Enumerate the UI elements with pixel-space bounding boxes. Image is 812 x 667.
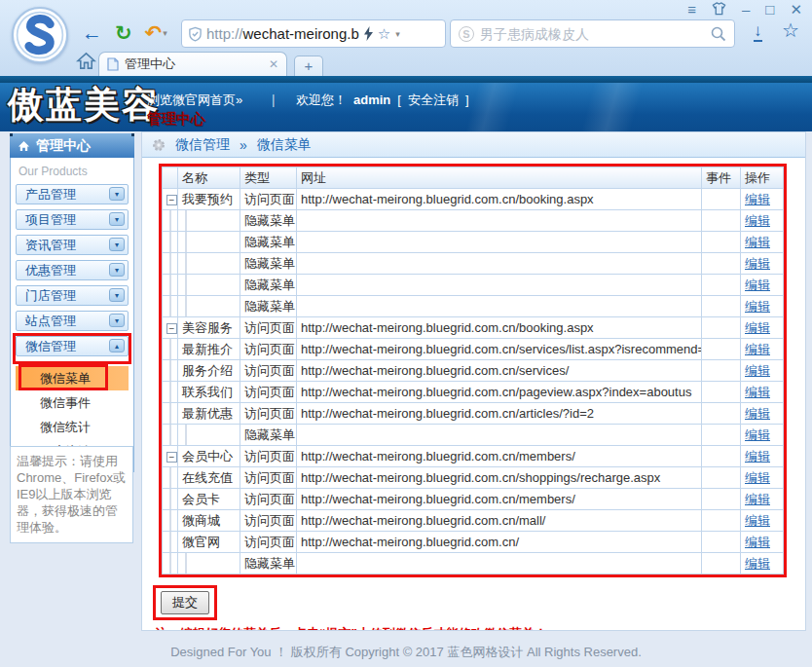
edit-link[interactable]: 编辑 — [745, 235, 770, 249]
collapse-toggle-icon[interactable]: − — [166, 323, 177, 334]
sidebar-item-优惠管理[interactable]: 优惠管理▾ — [16, 260, 129, 280]
menu-action-cell: 编辑 — [741, 510, 784, 532]
browser-chrome: ≡ – □ ✕ ← ↻ ↶ ▾ http:// — [0, 0, 812, 76]
edit-link[interactable]: 编辑 — [745, 470, 770, 485]
sidebar-item-微信管理[interactable]: 微信管理▴ — [16, 336, 129, 356]
edit-link[interactable]: 编辑 — [745, 363, 770, 378]
table-row: −会员中心访问页面http://wechat-meirong.bluegrid.… — [163, 446, 784, 467]
table-row: 隐藏菜单编辑 — [163, 210, 784, 232]
edit-link[interactable]: 编辑 — [745, 256, 770, 271]
sidebar-subitem-微信菜单[interactable]: 微信菜单 — [16, 366, 129, 390]
lightning-icon[interactable] — [363, 26, 374, 41]
breadcrumb-page[interactable]: 微信菜单 — [257, 136, 312, 154]
sidebar-item-站点管理[interactable]: 站点管理▾ — [16, 311, 129, 331]
menu-event-cell — [702, 510, 741, 532]
logout-link[interactable]: 安全注销 — [408, 92, 459, 109]
menu-url-cell: http://wechat-meirong.bluegrid.com.cn/ — [297, 532, 702, 553]
address-bar[interactable]: http://wechat-meirong.b ☆ ▾ — [181, 19, 446, 48]
sidebar-subitem-label: 微信统计 — [40, 419, 91, 436]
edit-link[interactable]: 编辑 — [745, 406, 770, 421]
minimize-icon[interactable]: – — [742, 2, 750, 18]
breadcrumb-section[interactable]: 微信管理 — [175, 136, 230, 154]
expand-cell — [163, 510, 178, 532]
sidebar-subitem-微信事件[interactable]: 微信事件 — [16, 390, 129, 415]
skin-icon[interactable] — [712, 2, 726, 18]
menu-type-cell: 访问页面 — [240, 510, 297, 532]
collapse-toggle-icon[interactable]: − — [166, 195, 177, 205]
table-row: 隐藏菜单编辑 — [163, 275, 784, 296]
menu-action-cell: 编辑 — [741, 317, 784, 339]
edit-link[interactable]: 编辑 — [745, 556, 770, 571]
menu-event-cell — [702, 467, 741, 489]
expand-cell — [163, 296, 178, 317]
expand-cell — [163, 210, 178, 232]
chevron-down-icon[interactable]: ▾ — [109, 314, 125, 327]
edit-link[interactable]: 编辑 — [745, 213, 770, 228]
url-host: wechat-meirong.b — [243, 25, 359, 42]
magnifier-icon[interactable] — [711, 26, 726, 42]
collapse-toggle-icon[interactable]: − — [166, 452, 177, 463]
event-column-header: 事件 — [702, 167, 741, 189]
edit-link[interactable]: 编辑 — [745, 513, 770, 528]
menu-name-cell: 最新优惠 — [178, 403, 240, 425]
edit-link[interactable]: 编辑 — [745, 278, 770, 292]
submit-button[interactable]: 提交 — [161, 591, 209, 614]
menu-url-cell: http://wechat-meirong.bluegrid.com.cn/me… — [297, 489, 702, 510]
sidebar-item-门店管理[interactable]: 门店管理▾ — [16, 285, 129, 306]
menu-url-cell — [297, 425, 702, 446]
chevron-up-icon[interactable]: ▴ — [109, 339, 125, 352]
menu-type-cell: 隐藏菜单 — [240, 425, 297, 446]
menu-action-cell: 编辑 — [741, 253, 784, 275]
menu-url-cell: http://wechat-meirong.bluegrid.com.cn/ma… — [297, 510, 702, 532]
edit-link[interactable]: 编辑 — [745, 299, 770, 314]
menu-type-cell: 访问页面 — [240, 467, 297, 489]
menu-event-cell — [702, 532, 741, 553]
edit-link[interactable]: 编辑 — [745, 449, 770, 463]
browser-tab[interactable]: 管理中心 ✕ — [98, 52, 287, 76]
back-icon[interactable]: ← — [82, 20, 102, 46]
menu-icon[interactable]: ≡ — [687, 2, 696, 18]
bookmark-dropdown-icon[interactable]: ▾ — [395, 29, 400, 39]
sidebar-body: Our Products 产品管理▾项目管理▾资讯管理▾优惠管理▾门店管理▾站点… — [10, 158, 134, 472]
download-icon[interactable]: ↓ — [754, 21, 762, 42]
chevron-down-icon[interactable]: ▾ — [109, 187, 125, 201]
menu-action-cell: 编辑 — [741, 360, 784, 382]
edit-link[interactable]: 编辑 — [745, 385, 770, 399]
tab-close-icon[interactable]: ✕ — [269, 57, 278, 71]
table-row: 隐藏菜单编辑 — [163, 296, 784, 317]
home-icon[interactable] — [76, 52, 96, 70]
edit-link[interactable]: 编辑 — [745, 342, 770, 356]
sidebar-subitem-微信统计[interactable]: 微信统计 — [16, 415, 129, 439]
close-icon[interactable]: ✕ — [790, 2, 802, 18]
sidebar-item-资讯管理[interactable]: 资讯管理▾ — [16, 235, 129, 255]
menu-name-cell: 最新推介 — [178, 339, 240, 360]
sidebar: 管理中心 Our Products 产品管理▾项目管理▾资讯管理▾优惠管理▾门店… — [10, 133, 134, 472]
edit-link[interactable]: 编辑 — [745, 427, 770, 442]
chevron-down-icon[interactable]: ▾ — [109, 288, 125, 302]
chevron-down-icon[interactable]: ▾ — [109, 238, 125, 251]
search-input[interactable] — [480, 26, 705, 42]
sidebar-item-产品管理[interactable]: 产品管理▾ — [16, 184, 129, 204]
menu-name-cell — [178, 553, 240, 574]
chevron-down-icon[interactable]: ▾ — [109, 263, 125, 277]
menu-name-cell — [178, 232, 240, 253]
tab-title: 管理中心 — [125, 56, 263, 73]
menu-action-cell: 编辑 — [741, 210, 784, 232]
edit-link[interactable]: 编辑 — [745, 492, 770, 506]
menu-action-cell: 编辑 — [741, 425, 784, 446]
edit-link[interactable]: 编辑 — [745, 192, 770, 206]
gear-icon — [152, 138, 166, 152]
menu-type-cell: 访问页面 — [240, 339, 297, 360]
view-site-link[interactable]: 浏览微官网首页» — [147, 92, 242, 109]
edit-link[interactable]: 编辑 — [745, 320, 770, 335]
sidebar-item-项目管理[interactable]: 项目管理▾ — [16, 209, 129, 230]
edit-link[interactable]: 编辑 — [745, 535, 770, 549]
bookmark-star-icon[interactable]: ☆ — [378, 25, 390, 43]
maximize-icon[interactable]: □ — [765, 2, 774, 18]
refresh-icon[interactable]: ↻ — [115, 20, 132, 46]
chevron-down-icon[interactable]: ▾ — [109, 212, 125, 226]
menu-type-cell: 隐藏菜单 — [240, 253, 297, 275]
undo-button[interactable]: ↶ ▾ — [145, 20, 167, 46]
new-tab-button[interactable]: + — [294, 56, 323, 76]
favorites-icon[interactable]: ☆ — [782, 19, 799, 42]
